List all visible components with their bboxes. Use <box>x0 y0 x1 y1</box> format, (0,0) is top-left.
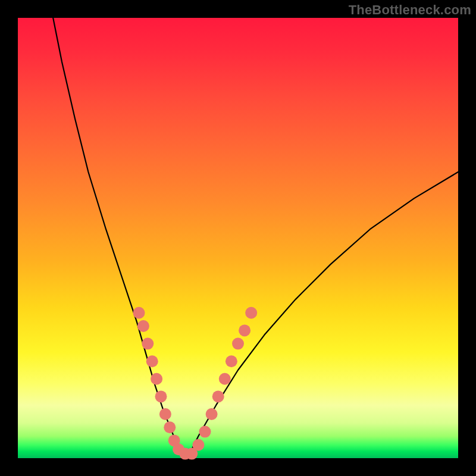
data-point <box>159 408 171 420</box>
data-point <box>226 355 237 367</box>
data-point <box>219 373 231 385</box>
data-point <box>199 426 211 438</box>
data-point <box>232 338 244 350</box>
data-point <box>245 307 257 319</box>
chart-stage: TheBottleneck.com <box>0 0 476 476</box>
data-point <box>192 439 204 451</box>
data-point <box>206 408 218 420</box>
data-point <box>164 421 176 433</box>
data-point <box>212 390 224 402</box>
data-point <box>142 338 154 350</box>
data-point <box>239 324 250 336</box>
data-point <box>137 320 149 332</box>
data-point <box>146 355 158 367</box>
bottleneck-curve <box>53 18 458 454</box>
data-point <box>155 390 167 402</box>
marker-group <box>133 307 258 460</box>
plot-area <box>18 18 458 458</box>
chart-svg <box>18 18 458 458</box>
data-point <box>151 373 162 385</box>
data-point <box>133 307 145 319</box>
watermark-text: TheBottleneck.com <box>349 2 471 18</box>
